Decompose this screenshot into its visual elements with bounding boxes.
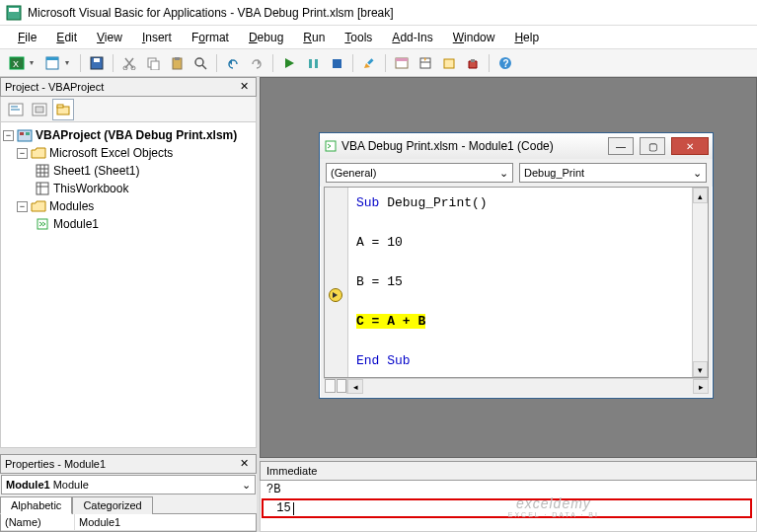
tree-root[interactable]: − VBAProject (VBA Debug Print.xlsm) — [3, 126, 254, 144]
tree-folder-excel-objects[interactable]: − Microsoft Excel Objects — [17, 144, 254, 162]
scroll-up-icon[interactable]: ▴ — [693, 188, 708, 203]
tree-item-label: Sheet1 (Sheet1) — [53, 164, 139, 178]
chevron-down-icon: ⌄ — [499, 167, 508, 180]
full-view-icon[interactable] — [337, 379, 347, 393]
copy-icon[interactable] — [142, 52, 164, 74]
svg-rect-35 — [18, 130, 32, 141]
immediate-body[interactable]: ?B 15 — [260, 481, 757, 532]
collapse-icon[interactable]: − — [3, 130, 14, 141]
properties-object-combo[interactable]: Module1 Module ⌄ — [1, 475, 256, 494]
run-icon[interactable] — [278, 52, 300, 74]
view-code-icon[interactable] — [5, 99, 27, 120]
scroll-left-icon[interactable]: ◂ — [347, 379, 363, 394]
svg-rect-24 — [444, 59, 454, 68]
find-icon[interactable] — [189, 52, 211, 74]
properties-grid: (Name) Module1 — [0, 514, 257, 532]
menu-file[interactable]: File — [10, 29, 44, 46]
redo-icon[interactable] — [246, 52, 267, 74]
svg-rect-21 — [396, 58, 408, 61]
tree-item-module1[interactable]: Module1 — [35, 215, 254, 233]
menu-window[interactable]: Window — [445, 29, 503, 46]
horizontal-scrollbar[interactable]: ◂ ▸ — [324, 378, 709, 394]
properties-panel-header: Properties - Module1 ✕ — [0, 454, 257, 474]
undo-icon[interactable] — [222, 52, 244, 74]
paste-icon[interactable] — [166, 52, 188, 74]
project-panel-header: Project - VBAProject ✕ — [0, 77, 257, 97]
svg-rect-5 — [46, 57, 58, 60]
menu-debug[interactable]: Debug — [241, 29, 291, 46]
tab-alphabetic[interactable]: Alphabetic — [0, 496, 72, 514]
worksheet-icon — [35, 163, 50, 179]
properties-tabs: Alphabetic Categorized — [0, 495, 257, 514]
collapse-icon[interactable]: − — [17, 148, 28, 159]
menu-help[interactable]: Help — [506, 29, 547, 46]
collapse-icon[interactable]: − — [17, 201, 28, 212]
properties-panel-close-icon[interactable]: ✕ — [236, 456, 252, 472]
menu-insert[interactable]: Insert — [134, 29, 180, 46]
folder-open-icon — [31, 145, 46, 161]
procedure-dropdown[interactable]: Debug_Print⌄ — [519, 163, 707, 183]
scroll-right-icon[interactable]: ▸ — [693, 379, 709, 394]
menu-tools[interactable]: Tools — [337, 29, 380, 46]
tree-folder-modules[interactable]: − Modules — [17, 197, 254, 215]
scroll-down-icon[interactable]: ▾ — [693, 361, 708, 377]
svg-rect-11 — [151, 61, 159, 70]
execution-point-icon — [329, 288, 342, 302]
insert-module-icon[interactable] — [41, 52, 63, 74]
property-value[interactable]: Module1 — [75, 514, 256, 530]
menu-view[interactable]: View — [89, 29, 130, 46]
toolbox-icon[interactable] — [462, 52, 484, 74]
tree-item-label: ThisWorkbook — [53, 182, 128, 195]
code-editor[interactable]: Sub Debug_Print() A = 10 B = 15 C = A + … — [348, 188, 692, 377]
code-gutter[interactable] — [325, 188, 348, 377]
properties-window-icon[interactable] — [415, 52, 436, 74]
tree-item-label: Module1 — [53, 217, 99, 231]
menu-addins[interactable]: Add-Ins — [384, 29, 440, 46]
help-icon[interactable]: ? — [494, 52, 516, 74]
cut-icon[interactable] — [118, 52, 140, 74]
toggle-folders-icon[interactable] — [52, 99, 74, 120]
menubar: File Edit View Insert Format Debug Run T… — [0, 26, 757, 49]
menu-format[interactable]: Format — [184, 29, 237, 46]
svg-rect-32 — [36, 107, 43, 113]
code-window-titlebar[interactable]: VBA Debug Print.xlsm - Module1 (Code) — … — [320, 133, 713, 159]
svg-rect-38 — [37, 165, 48, 177]
save-icon[interactable] — [86, 52, 108, 74]
reset-icon[interactable] — [326, 52, 347, 74]
tab-categorized[interactable]: Categorized — [72, 496, 152, 514]
svg-line-15 — [202, 65, 206, 69]
current-line-highlight: C = A + B — [356, 314, 425, 329]
titlebar: Microsoft Visual Basic for Applications … — [0, 0, 757, 26]
procedure-view-icon[interactable] — [325, 379, 336, 393]
object-browser-icon[interactable] — [438, 52, 460, 74]
project-icon — [17, 127, 33, 143]
svg-rect-17 — [315, 59, 318, 68]
minimize-button[interactable]: — — [608, 137, 634, 155]
svg-rect-36 — [20, 132, 24, 135]
tree-item-sheet1[interactable]: Sheet1 (Sheet1) — [35, 162, 254, 180]
code-window: VBA Debug Print.xlsm - Module1 (Code) — … — [319, 132, 714, 399]
design-mode-icon[interactable] — [358, 52, 380, 74]
project-explorer-icon[interactable] — [391, 52, 413, 74]
view-object-icon[interactable] — [29, 99, 50, 120]
dropdown-arrow-icon[interactable]: ▾ — [30, 58, 39, 67]
svg-rect-19 — [367, 58, 373, 64]
menu-run[interactable]: Run — [295, 29, 333, 46]
tree-item-thisworkbook[interactable]: ThisWorkbook — [35, 180, 254, 197]
menu-edit[interactable]: Edit — [48, 29, 85, 46]
project-tree[interactable]: − VBAProject (VBA Debug Print.xlsm) − Mi… — [0, 122, 257, 448]
dropdown-arrow-icon[interactable]: ▾ — [65, 58, 75, 67]
property-name: (Name) — [1, 514, 75, 530]
view-excel-icon[interactable]: X — [6, 52, 28, 74]
close-button[interactable]: ✕ — [671, 137, 709, 155]
svg-rect-16 — [309, 59, 312, 68]
vertical-scrollbar[interactable]: ▴ ▾ — [692, 188, 708, 377]
property-row[interactable]: (Name) Module1 — [1, 514, 256, 531]
properties-panel-title: Properties - Module1 — [5, 458, 106, 470]
break-icon[interactable] — [302, 52, 324, 74]
project-panel-close-icon[interactable]: ✕ — [236, 79, 252, 95]
object-dropdown[interactable]: (General)⌄ — [326, 163, 513, 183]
module-icon — [324, 139, 338, 153]
maximize-button[interactable]: ▢ — [640, 137, 665, 155]
folder-open-icon — [31, 198, 46, 214]
